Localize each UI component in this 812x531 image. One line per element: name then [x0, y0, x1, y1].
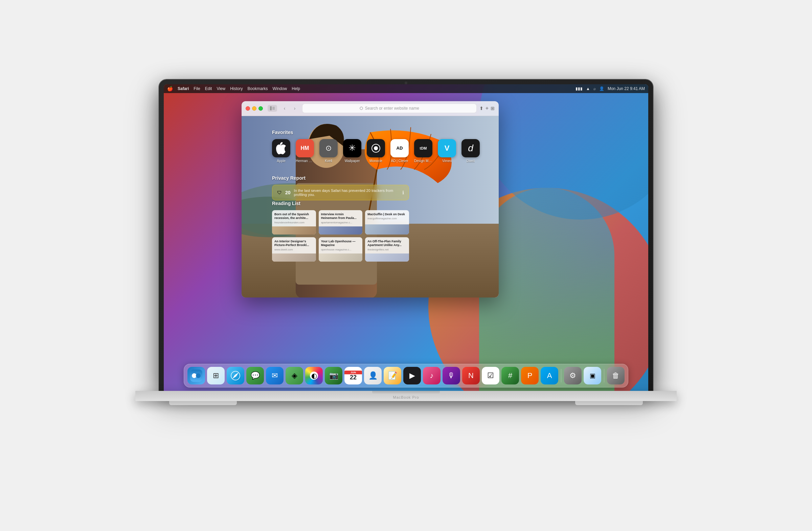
svg-rect-2 — [272, 108, 275, 109]
dock-safari[interactable] — [227, 367, 244, 385]
reading-card-title: Interview Armin Heinemann from Paula... — [321, 213, 360, 220]
back-button[interactable]: ‹ — [280, 103, 289, 113]
app-name[interactable]: Safari — [178, 86, 189, 91]
wifi-icon: ▲ — [586, 86, 590, 91]
privacy-bar[interactable]: 🛡 20 In the last seven days Safari has p… — [272, 185, 409, 200]
dock-podcasts[interactable]: 🎙 — [443, 367, 460, 385]
menu-window[interactable]: Window — [273, 86, 287, 91]
reading-item-2[interactable]: MacGuffin | Desk on Desk macguffinmagazi… — [365, 210, 409, 234]
fav-dwell[interactable]: d Dwell — [462, 139, 480, 163]
minimize-button[interactable] — [252, 106, 257, 111]
dock-maps[interactable]: ◈ — [286, 367, 303, 385]
dock-launchpad[interactable]: ⊞ — [207, 367, 224, 385]
dock-calendar[interactable]: JUN Calendar 22 — [345, 367, 362, 385]
sidebar-toggle[interactable] — [267, 105, 277, 112]
macbook-hinge — [372, 391, 440, 393]
dock-numbers[interactable]: # — [502, 367, 519, 385]
reading-thumb — [319, 226, 363, 234]
dock-settings[interactable]: ⚙ — [564, 367, 582, 385]
reading-thumb — [365, 254, 409, 262]
fav-monocle-label: Monocle — [369, 159, 382, 163]
reading-thumb — [365, 225, 409, 234]
menu-bookmarks[interactable]: Bookmarks — [248, 86, 268, 91]
reading-item-1[interactable]: Interview Armin Heinemann from Paula... … — [319, 210, 363, 234]
fav-tdm-label: Design Museum — [414, 159, 432, 163]
fav-apple-label: Apple — [277, 159, 286, 163]
forward-button[interactable]: › — [290, 103, 300, 113]
reading-item-3[interactable]: An Interior Designer's Picture-Perfect B… — [272, 237, 316, 262]
privacy-section: Privacy Report 🛡 20 In the last seven da… — [272, 175, 409, 200]
search-menubar-icon[interactable]: ⌕ — [593, 86, 596, 91]
fav-monocle[interactable]: Monocle — [367, 139, 385, 163]
safari-window: ‹ › Search or enter website name ⬆ + — [242, 101, 499, 298]
macbook-foot-right — [575, 401, 643, 405]
menu-view[interactable]: View — [217, 86, 225, 91]
dock-music[interactable]: ♪ — [423, 367, 440, 385]
dock-notes[interactable]: 📝 — [384, 367, 401, 385]
fav-herman-miller[interactable]: HM Herman Miller — [296, 139, 314, 163]
dock-pages[interactable]: P — [521, 367, 539, 385]
reading-card-title: MacGuffin | Desk on Desk — [367, 213, 407, 217]
fav-herman-label: Herman Miller — [296, 159, 314, 163]
dock-facetime[interactable]: 📷 — [325, 367, 343, 385]
dock-appstore[interactable]: A — [541, 367, 558, 385]
menu-bar-left: 🍎 Safari File Edit View History Bookmark… — [167, 86, 300, 91]
dock-finder[interactable] — [187, 367, 205, 385]
menu-bar-right: ▮▮▮ ▲ ⌕ 👤 Mon Jun 22 9:41 AM — [576, 86, 645, 91]
fav-wallpaper-label: Wallpaper — [345, 159, 360, 163]
svg-rect-1 — [272, 107, 275, 107]
privacy-info-icon[interactable]: ℹ — [402, 190, 404, 195]
dock-photos[interactable]: ◐ — [305, 367, 323, 385]
svg-point-4 — [360, 107, 363, 110]
share-icon[interactable]: ⬆ — [479, 105, 483, 111]
dock-separator-2 — [604, 369, 604, 383]
svg-point-14 — [374, 146, 378, 150]
new-tab-icon[interactable]: + — [485, 105, 489, 111]
reading-thumb — [319, 254, 363, 262]
menu-help[interactable]: Help — [292, 86, 300, 91]
reading-item-0[interactable]: Born out of the Spanish recession, the a… — [272, 210, 316, 234]
dock-trash[interactable]: 🗑 — [607, 367, 625, 385]
fav-vimeo[interactable]: V Vimeo — [438, 139, 456, 163]
battery-icon: ▮▮▮ — [576, 86, 583, 91]
fav-vimeo-icon: V — [438, 139, 456, 157]
menu-file[interactable]: File — [193, 86, 200, 91]
dock-appletv[interactable]: ▶ — [403, 367, 421, 385]
extensions-icon[interactable]: ⊞ — [491, 105, 495, 111]
dock-news[interactable]: N — [462, 367, 480, 385]
macbook-label: MacBook Pro — [393, 395, 419, 399]
fav-kvell-icon: ⊙ — [319, 139, 338, 157]
dock-multitasking[interactable]: ▣ — [584, 367, 601, 385]
reading-card-url: freundevonfreunden.com — [274, 221, 314, 224]
menu-bar: 🍎 Safari File Edit View History Bookmark… — [164, 84, 648, 93]
fav-wallpaper[interactable]: ✳ Wallpaper — [343, 139, 361, 163]
svg-rect-0 — [270, 106, 272, 110]
close-button[interactable] — [246, 106, 250, 111]
reading-card-title: An Off-The-Plan Family Apartment Unlike … — [367, 240, 407, 247]
fav-ad[interactable]: AD AD | Clever — [390, 139, 409, 163]
fav-tdm[interactable]: tDM Design Museum — [414, 139, 432, 163]
safari-content: Favorites Apple HM — [242, 116, 499, 298]
address-bar[interactable]: Search or enter website name — [302, 103, 477, 113]
privacy-title: Privacy Report — [272, 175, 409, 181]
reading-item-5[interactable]: An Off-The-Plan Family Apartment Unlike … — [365, 237, 409, 262]
reading-card-title: An Interior Designer's Picture-Perfect B… — [274, 240, 314, 247]
dock-mail[interactable]: ✉ — [266, 367, 284, 385]
fullscreen-button[interactable] — [259, 106, 263, 111]
macbook-foot-left — [169, 401, 237, 405]
reading-card-url: macguffinmagazine.com — [367, 217, 407, 220]
reading-item-4[interactable]: Your Lab Openhouse — Magazine openhouse-… — [319, 237, 363, 262]
fav-dwell-icon: d — [462, 139, 480, 157]
menu-edit[interactable]: Edit — [205, 86, 212, 91]
fav-vimeo-label: Vimeo — [442, 159, 452, 163]
dock-messages[interactable]: 💬 — [246, 367, 264, 385]
apple-menu-icon[interactable]: 🍎 — [167, 86, 173, 91]
menu-history[interactable]: History — [230, 86, 243, 91]
dock-reminders[interactable]: ☑ — [482, 367, 499, 385]
dock-contacts[interactable]: 👤 — [364, 367, 382, 385]
fav-kvell[interactable]: ⊙ Kvell — [319, 139, 338, 163]
toolbar-actions: ⬆ + ⊞ — [479, 105, 495, 111]
svg-point-20 — [235, 375, 236, 376]
fav-apple[interactable]: Apple — [272, 139, 290, 163]
favorites-grid: Apple HM Herman Miller ⊙ Kvell — [272, 139, 480, 163]
